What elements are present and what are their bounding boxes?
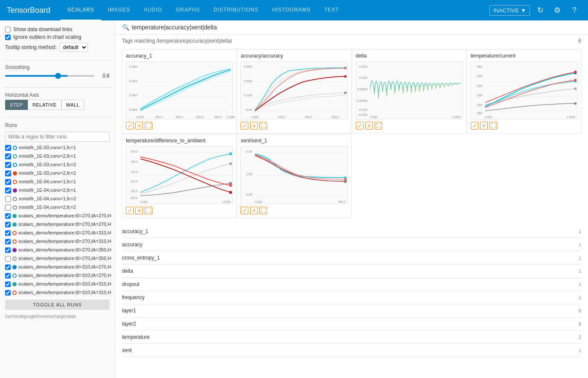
- run-checkbox[interactable]: [5, 162, 11, 168]
- chart-expand-icon[interactable]: ⤢: [471, 122, 478, 130]
- run-checkbox[interactable]: [5, 145, 11, 151]
- chart-data-icon[interactable]: ≡: [135, 122, 143, 130]
- svg-text:0.00: 0.00: [246, 193, 252, 196]
- toggle-all-runs-btn[interactable]: TOGGLE ALL RUNS: [5, 300, 110, 310]
- svg-point-60: [574, 71, 576, 73]
- tag-list-row[interactable]: frequency 1: [122, 291, 581, 304]
- chart-title: accuracy_1: [126, 53, 233, 59]
- settings-button[interactable]: ⚙: [550, 3, 564, 17]
- tag-name: layer1: [122, 308, 136, 314]
- tag-list-row[interactable]: dropout 1: [122, 278, 581, 291]
- chart-icons: ⤢ ≡ ⛶: [241, 122, 347, 130]
- run-checkbox[interactable]: [5, 205, 11, 211]
- ignore-outliers-row[interactable]: Ignore outliers in chart scaling: [3, 33, 111, 41]
- run-checkbox[interactable]: [5, 179, 11, 185]
- tag-list-row[interactable]: accuracy 1: [122, 238, 581, 251]
- chart-fullscreen-icon[interactable]: ⛶: [145, 207, 152, 214]
- run-name: scalars_demo/temperature:t0=270,tA=270,H…: [18, 222, 111, 227]
- tooltip-select[interactable]: default: [59, 43, 88, 52]
- chart-fullscreen-icon[interactable]: ⛶: [259, 122, 267, 130]
- chart-data-icon[interactable]: ≡: [250, 207, 258, 214]
- refresh-button[interactable]: ↻: [533, 3, 547, 17]
- tab-text[interactable]: TEXT: [317, 0, 346, 20]
- svg-text:0.940: 0.940: [129, 79, 137, 83]
- inactive-dropdown[interactable]: INACTIVE ▼: [489, 5, 530, 16]
- run-checkbox[interactable]: [5, 247, 11, 253]
- smoothing-row: 0.6: [3, 71, 111, 81]
- tab-graphs[interactable]: GRAPHS: [169, 0, 207, 20]
- chart-icons: ⤢ ≡ ⛶: [241, 207, 347, 214]
- tag-name: xent: [122, 347, 132, 353]
- tag-list-row[interactable]: xent 1: [122, 344, 581, 357]
- run-checkbox[interactable]: [5, 273, 11, 279]
- run-checkbox[interactable]: [5, 196, 11, 202]
- haxis-wall-btn[interactable]: WALL: [61, 100, 84, 110]
- help-button[interactable]: ?: [568, 3, 581, 17]
- chart-expand-icon[interactable]: ⤢: [356, 122, 364, 130]
- run-color-dot: [13, 146, 17, 150]
- svg-text:340: 340: [477, 74, 482, 78]
- ignore-outliers-checkbox[interactable]: [5, 35, 11, 40]
- runs-filter: [3, 130, 111, 144]
- run-checkbox[interactable]: [5, 188, 11, 193]
- chart-fullscreen-icon[interactable]: ⛶: [375, 122, 382, 130]
- run-checkbox[interactable]: [5, 256, 11, 262]
- haxis-step-btn[interactable]: STEP: [5, 100, 28, 110]
- tag-list-row[interactable]: layer2 8: [122, 317, 581, 331]
- chart-card: temperature/difference_to_ambient 50.0 3…: [122, 134, 236, 218]
- tag-list-row[interactable]: delta 1: [122, 265, 581, 278]
- chart-data-icon[interactable]: ≡: [365, 122, 373, 130]
- svg-point-31: [344, 92, 347, 94]
- haxis-section: Horizontal Axis STEP RELATIVE WALL: [3, 89, 111, 110]
- chart-fullscreen-icon[interactable]: ⛶: [145, 122, 152, 130]
- run-name: mnist/lr_1E-04,conv=2,fc=2: [19, 205, 76, 210]
- run-checkbox[interactable]: [5, 170, 11, 176]
- svg-point-29: [344, 67, 347, 69]
- run-item: mnist/lr_1E-03,conv=2,fc=2: [3, 169, 111, 178]
- tab-histograms[interactable]: HISTOGRAMS: [265, 0, 317, 20]
- chart-data-icon[interactable]: ≡: [250, 122, 258, 130]
- run-checkbox[interactable]: [5, 213, 11, 219]
- svg-text:-10.0: -10.0: [130, 179, 137, 183]
- run-checkbox[interactable]: [5, 290, 11, 296]
- chart-icons: ⤢ ≡ ⛶: [471, 122, 577, 130]
- show-download-checkbox[interactable]: [5, 27, 11, 32]
- svg-text:10.0: 10.0: [131, 170, 137, 174]
- haxis-relative-btn[interactable]: RELATIVE: [28, 100, 61, 110]
- tag-list-row[interactable]: accuracy_1 1: [122, 225, 581, 238]
- smoothing-slider[interactable]: [5, 75, 94, 77]
- show-download-row[interactable]: Show data download links: [3, 26, 111, 33]
- tab-distributions[interactable]: DISTRIBUTIONS: [207, 0, 265, 20]
- chart-expand-icon[interactable]: ⤢: [241, 207, 248, 214]
- tab-audio[interactable]: AUDIO: [137, 0, 169, 20]
- chart-fullscreen-icon[interactable]: ⛶: [259, 207, 267, 214]
- chart-data-icon[interactable]: ≡: [135, 207, 143, 214]
- svg-text:-0.250: -0.250: [358, 113, 367, 117]
- chart-data-icon[interactable]: ≡: [480, 122, 488, 130]
- tag-list-row[interactable]: layer1 8: [122, 304, 581, 317]
- run-name: scalars_demo/temperature:t0=270,tA=270,H…: [18, 213, 111, 219]
- search-input[interactable]: [132, 24, 581, 31]
- run-checkbox[interactable]: [5, 239, 11, 245]
- run-checkbox[interactable]: [5, 153, 11, 159]
- run-color-dot: [12, 222, 17, 227]
- run-checkbox[interactable]: [5, 281, 11, 287]
- chart-expand-icon[interactable]: ⤢: [126, 207, 134, 214]
- svg-text:0.00: 0.00: [246, 108, 252, 112]
- run-checkbox[interactable]: [5, 264, 11, 270]
- run-item: scalars_demo/temperature:t0=310,tA=310,H…: [3, 280, 111, 289]
- tab-scalars[interactable]: SCALARS: [61, 0, 101, 20]
- brand-title: TensorBoard: [7, 6, 50, 15]
- run-checkbox[interactable]: [5, 230, 11, 236]
- chart-expand-icon[interactable]: ⤢: [241, 122, 248, 130]
- tooltip-label: Tooltip sorting method:: [5, 44, 57, 50]
- run-checkbox[interactable]: [5, 222, 11, 228]
- chart-expand-icon[interactable]: ⤢: [126, 122, 134, 130]
- run-name: scalars_demo/temperature:t0=270,tA=310,H…: [18, 239, 111, 244]
- tag-list-row[interactable]: temperature 2: [122, 331, 581, 344]
- tab-images[interactable]: IMAGES: [101, 0, 137, 20]
- tag-list-row[interactable]: cross_entropy_1 1: [122, 251, 581, 265]
- chart-fullscreen-icon[interactable]: ⛶: [489, 122, 497, 130]
- chart-card: accuracy_1 0.980 0.940 0.900 0.860 0.000…: [122, 49, 236, 133]
- runs-filter-input[interactable]: [5, 132, 110, 142]
